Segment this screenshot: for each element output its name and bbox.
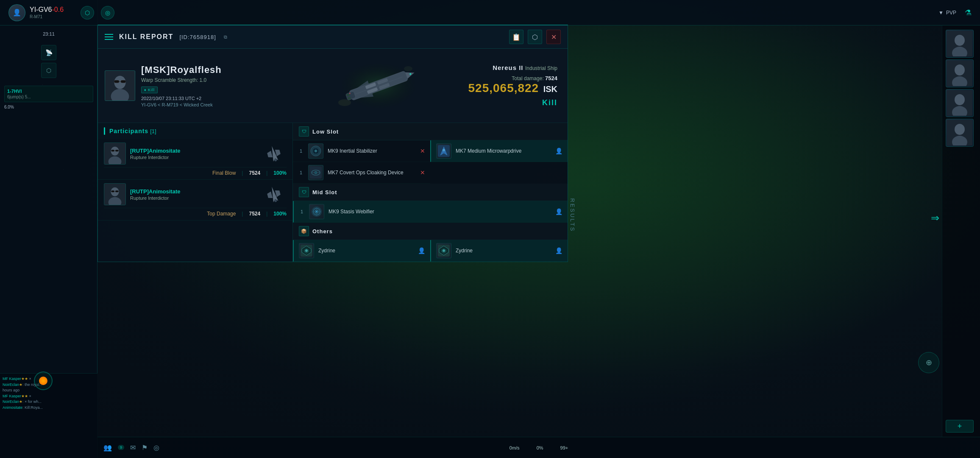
player-full-name: YI-GV6-0.6	[30, 6, 64, 14]
participant-percent-2: 100%	[273, 211, 287, 217]
hud-speed: 0m/s	[509, 445, 520, 450]
others-right-col: Zydrine 👤	[430, 240, 568, 262]
participant-role-2: Top Damage	[207, 211, 236, 217]
hamburger-button[interactable]	[105, 34, 113, 40]
sidebar-nav-icons: 📡 ⬡	[4, 42, 93, 81]
participants-section-header: Participants [1]	[98, 123, 292, 139]
participant-top-1: [RUTP]Animositate Rupture Interdictor	[104, 142, 287, 165]
low-slot-icon: 🛡	[299, 126, 309, 137]
mwd-icon	[438, 145, 450, 157]
victim-portrait	[105, 70, 135, 101]
participant-bottom-1: Final Blow | 7524 | 100%	[104, 167, 287, 176]
svg-rect-6	[121, 80, 126, 83]
module-row-cloaking: 1 MK7 Covert Ops Cloaking Device ✕	[293, 162, 430, 184]
close-button[interactable]: ✕	[546, 30, 561, 44]
isk-value-row: 525,065,822 ISK	[442, 81, 557, 95]
zydrine-icon-2	[438, 245, 450, 257]
participant-entry-2: [RUTP]Animositate Rupture Interdictor	[98, 180, 292, 221]
filter-icon[interactable]: ⚗	[965, 8, 972, 17]
flag-icon[interactable]: ⚑	[142, 444, 148, 452]
percent-value: 0%	[537, 445, 543, 450]
hud-percent: 0%	[537, 445, 543, 450]
right-avatar-1	[946, 30, 974, 58]
svg-point-54	[315, 171, 317, 174]
orbit-target	[39, 377, 47, 385]
module-destroyed-2[interactable]: ✕	[420, 169, 425, 176]
location-system-name: 1-7HVI	[7, 89, 90, 94]
kill-type-label: Kill	[442, 98, 557, 107]
top-icon-2[interactable]: ◎	[101, 6, 114, 20]
top-bar: 👤 YI-GV6-0.6 R-M71 ⬡ ◎ ▼ PVP ⚗	[0, 0, 980, 25]
circle-nav[interactable]: ⊕	[918, 352, 939, 373]
chat-line-5: NoirEclan★: × for wh...	[3, 399, 95, 405]
kill-report-panel: KILL REPORT [ID:7658918] ⧉ 📋 ⬡ ✕	[97, 25, 568, 262]
clipboard-button[interactable]: 📋	[509, 30, 523, 44]
mail-icon[interactable]: ✉	[130, 444, 136, 452]
module-name-cloaking: MK7 Covert Ops Cloaking Device	[328, 170, 416, 176]
participant-portrait-2	[104, 183, 125, 205]
sidebar-location: 1-7HVI 6jump(s) 5...	[4, 86, 93, 102]
module-row-webifier: 1 MK9 S	[293, 201, 568, 223]
copy-icon[interactable]: ⧉	[224, 34, 227, 40]
module-name-webifier: MK9 Stasis Webifier	[329, 209, 551, 215]
right-avatar-2	[946, 59, 974, 87]
module-qty-1: 1	[298, 148, 304, 154]
module-person-webifier: 👤	[555, 208, 562, 215]
right-avatar-4	[946, 119, 974, 147]
participant-name-2: [RUTP]Animositate	[130, 188, 257, 195]
mid-slot-header: 🛡 Mid Slot	[293, 184, 568, 201]
people-count: 9	[118, 445, 124, 450]
module-row-zydrine-1: Zydrine 👤	[293, 240, 430, 262]
inertial-stabilizer-icon	[310, 145, 322, 157]
mid-slot-icon: 🛡	[299, 187, 309, 197]
victim-info: [MSK]Royalflesh Warp Scramble Strength: …	[141, 64, 315, 107]
panel-title: KILL REPORT	[119, 33, 173, 41]
sidebar-percent: 6.0%	[4, 105, 93, 109]
chat-name-3: MF Kasper	[3, 394, 21, 398]
svg-marker-44	[267, 192, 273, 199]
pipe-2: |	[266, 170, 267, 176]
panel-id: [ID:7658918]	[179, 34, 216, 40]
ship-silhouette-2	[261, 186, 287, 203]
top-icon-1[interactable]: ⬡	[81, 6, 94, 20]
hamburger-line-1	[105, 34, 113, 35]
module-person-mwd: 👤	[555, 148, 562, 154]
low-slot-left-col: 1 MK9 Inertial Stabilizer ✕	[293, 140, 430, 184]
chat-line-3: hours ago	[3, 388, 95, 394]
add-entity-button[interactable]: +	[946, 420, 974, 433]
module-person-zydrine-1: 👤	[418, 247, 425, 254]
low-slot-items: 1 MK9 Inertial Stabilizer ✕	[293, 140, 568, 184]
export-button[interactable]: ⬡	[528, 30, 542, 44]
right-nav-arrow[interactable]: ⇒	[931, 212, 939, 224]
module-destroyed-1[interactable]: ✕	[420, 148, 425, 154]
svg-point-71	[305, 249, 308, 252]
sidebar-nav-icon-2[interactable]: ⬡	[41, 63, 56, 78]
svg-rect-31	[115, 150, 119, 151]
pipe-3: |	[242, 211, 243, 217]
player-name-yi: YI-GV6	[30, 6, 52, 13]
participant-info-2: [RUTP]Animositate Rupture Interdictor	[130, 188, 257, 201]
participants-panel: Participants [1]	[98, 123, 293, 262]
others-left-col: Zydrine 👤	[293, 240, 430, 262]
ship-type-label: Industrial Ship	[525, 65, 557, 71]
panel-header-actions: 📋 ⬡ ✕	[509, 30, 561, 44]
pvp-arrow: ▼	[938, 10, 944, 16]
svg-point-80	[955, 64, 965, 75]
isk-value: 525,065,822	[468, 81, 539, 95]
kill-info-header: [MSK]Royalflesh Warp Scramble Strength: …	[98, 49, 568, 123]
webifier-icon	[311, 206, 323, 218]
bottom-icons: 👥 9 ✉ ⚑ ◎	[97, 437, 165, 458]
compass-icon[interactable]: ◎	[153, 444, 159, 452]
sidebar-nav-icon-1[interactable]: 📡	[41, 45, 56, 60]
timer-display: 23:11	[4, 30, 93, 38]
svg-point-23	[338, 99, 351, 106]
player-info-group: 👤 YI-GV6-0.6 R-M71	[8, 4, 64, 21]
mid-slot-items: 1 MK9 S	[293, 201, 568, 223]
svg-rect-5	[114, 80, 119, 83]
player-name-block: YI-GV6-0.6 R-M71	[30, 6, 64, 19]
pvp-indicator: ▼ PVP	[938, 10, 956, 16]
victim-name: [MSK]Royalflesh	[141, 64, 315, 75]
module-qty-web: 1	[299, 209, 305, 214]
module-icon-zydrine-2	[436, 243, 451, 258]
player-avatar: 👤	[8, 4, 25, 21]
